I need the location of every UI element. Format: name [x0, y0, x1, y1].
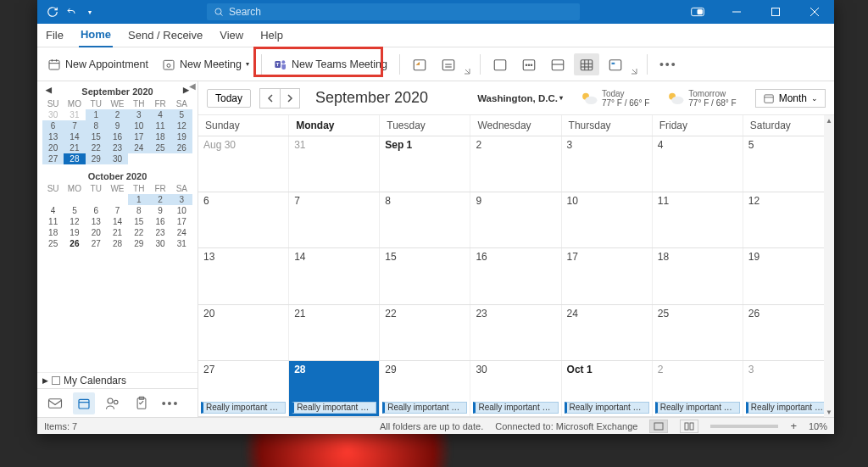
- schedule-view-button[interactable]: [436, 53, 461, 75]
- day-cell[interactable]: 30Really important m…: [470, 361, 561, 416]
- day-cell[interactable]: 23: [470, 305, 561, 360]
- mini-day[interactable]: 16: [149, 216, 170, 227]
- close-button[interactable]: [795, 0, 834, 24]
- view-selector-button[interactable]: Month ⌄: [755, 89, 826, 108]
- mini-day[interactable]: 28: [64, 153, 85, 164]
- calendar-event[interactable]: Really important m…: [655, 402, 740, 414]
- mini-day[interactable]: 25: [42, 238, 64, 249]
- mini-day[interactable]: 29: [86, 153, 107, 164]
- mini-day[interactable]: [42, 194, 64, 205]
- day-cell[interactable]: 10: [562, 192, 653, 247]
- mini-day[interactable]: 21: [107, 227, 128, 238]
- group-expand-icon[interactable]: [463, 66, 473, 76]
- day-cell[interactable]: Sep 1: [380, 136, 470, 192]
- day-cell[interactable]: 9: [470, 192, 561, 247]
- menu-tab-file[interactable]: File: [44, 25, 65, 47]
- mini-day[interactable]: 22: [128, 227, 149, 238]
- day-cell[interactable]: 5: [743, 136, 834, 192]
- calendar-event[interactable]: Really important m…: [473, 402, 558, 414]
- mini-day[interactable]: 10: [171, 205, 192, 216]
- mini-day[interactable]: [128, 153, 149, 164]
- mini-day[interactable]: 20: [42, 142, 64, 153]
- day-cell[interactable]: 18: [653, 248, 743, 303]
- today-button[interactable]: Today: [207, 89, 251, 108]
- day-cell[interactable]: 20: [198, 305, 289, 360]
- calendar-event[interactable]: Really important m…: [292, 402, 376, 414]
- tasks-nav-icon[interactable]: [131, 392, 153, 414]
- calendar-event[interactable]: Really important m…: [746, 402, 831, 414]
- mini-day[interactable]: 1: [128, 194, 149, 205]
- mini-day[interactable]: 18: [149, 131, 170, 142]
- menu-tab-home[interactable]: Home: [79, 25, 113, 47]
- mini-day[interactable]: 1: [86, 109, 107, 120]
- ribbon-more-button[interactable]: •••: [654, 53, 682, 75]
- mini-day[interactable]: [64, 194, 85, 205]
- day-cell[interactable]: 28Really important m…: [289, 361, 380, 416]
- day-cell[interactable]: 16: [470, 248, 561, 303]
- mini-day[interactable]: 28: [107, 238, 128, 249]
- mini-day[interactable]: 14: [107, 216, 128, 227]
- people-nav-icon[interactable]: [102, 392, 124, 414]
- meet-now-button[interactable]: [407, 53, 432, 75]
- undo-icon[interactable]: [64, 5, 78, 19]
- mini-day[interactable]: [86, 194, 107, 205]
- mini-day[interactable]: 22: [86, 142, 107, 153]
- mini-day[interactable]: 23: [107, 142, 128, 153]
- day-cell[interactable]: 2Really important m…: [653, 361, 743, 416]
- menu-tab-help[interactable]: Help: [259, 25, 285, 47]
- schedule-grid-button[interactable]: [603, 53, 628, 75]
- mini-day[interactable]: 15: [128, 216, 149, 227]
- mini-day[interactable]: 26: [171, 142, 192, 153]
- qat-dropdown-icon[interactable]: ▾: [83, 5, 97, 19]
- mini-prev-icon[interactable]: ◀: [46, 86, 52, 94]
- day-cell[interactable]: 13: [198, 248, 289, 303]
- normal-view-button[interactable]: [649, 420, 668, 433]
- scroll-up-icon[interactable]: ▲: [824, 115, 834, 125]
- next-month-button[interactable]: [280, 88, 300, 108]
- mini-day[interactable]: 20: [86, 227, 107, 238]
- month-view-button[interactable]: [574, 53, 599, 75]
- day-view-button[interactable]: [487, 53, 513, 75]
- day-cell[interactable]: 15: [380, 248, 470, 303]
- mini-day[interactable]: 30: [149, 238, 170, 249]
- mini-day[interactable]: 7: [107, 205, 128, 216]
- mini-day[interactable]: 27: [42, 153, 64, 164]
- mini-day[interactable]: 8: [86, 120, 107, 131]
- day-cell[interactable]: 6: [198, 192, 289, 247]
- weather-location[interactable]: Washington, D.C. ▾: [477, 93, 563, 103]
- mini-day[interactable]: 27: [86, 238, 107, 249]
- day-cell[interactable]: 24: [562, 305, 653, 360]
- day-cell[interactable]: 3: [562, 136, 653, 192]
- mini-day[interactable]: [171, 153, 192, 164]
- mini-day[interactable]: 6: [42, 120, 64, 131]
- mini-day[interactable]: 5: [171, 109, 192, 120]
- mini-day[interactable]: 11: [149, 120, 170, 131]
- mini-day[interactable]: 18: [42, 227, 64, 238]
- weather-today[interactable]: Today77° F / 66° F: [580, 89, 649, 108]
- prev-month-button[interactable]: [259, 88, 280, 108]
- mini-day[interactable]: 11: [42, 216, 64, 227]
- day-cell[interactable]: 4: [653, 136, 743, 192]
- day-cell[interactable]: 22: [380, 305, 470, 360]
- day-cell[interactable]: 7: [289, 192, 380, 247]
- day-cell[interactable]: 12: [743, 192, 834, 247]
- day-cell[interactable]: 31: [289, 136, 380, 192]
- scroll-down-icon[interactable]: ▼: [824, 407, 834, 417]
- mini-day[interactable]: 23: [149, 227, 170, 238]
- mini-day[interactable]: 13: [86, 216, 107, 227]
- mini-day[interactable]: 2: [107, 109, 128, 120]
- day-cell[interactable]: 3Really important m…: [743, 361, 834, 416]
- mini-day[interactable]: 25: [149, 142, 170, 153]
- mini-day[interactable]: 4: [42, 205, 64, 216]
- day-cell[interactable]: 17: [562, 248, 653, 303]
- mini-day[interactable]: 30: [42, 109, 64, 120]
- day-cell[interactable]: 14: [289, 248, 380, 303]
- day-cell[interactable]: 8: [380, 192, 470, 247]
- new-teams-meeting-button[interactable]: T New Teams Meeting: [269, 53, 392, 75]
- new-meeting-button[interactable]: New Meeting ▾: [157, 53, 254, 75]
- mini-day[interactable]: 14: [64, 131, 85, 142]
- new-appointment-button[interactable]: New Appointment: [42, 53, 153, 75]
- day-cell[interactable]: 29Really important m…: [380, 361, 470, 416]
- nav-more-icon[interactable]: •••: [159, 392, 181, 414]
- day-cell[interactable]: 11: [653, 192, 743, 247]
